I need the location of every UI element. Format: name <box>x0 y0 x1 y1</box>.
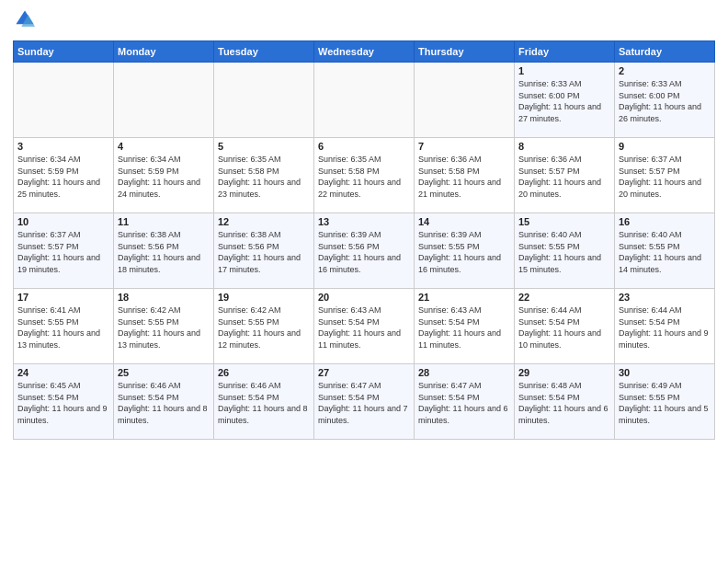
day-cell: 3Sunrise: 6:34 AM Sunset: 5:59 PM Daylig… <box>14 138 114 213</box>
day-number: 11 <box>118 216 210 227</box>
day-info: Sunrise: 6:37 AM Sunset: 5:57 PM Dayligh… <box>619 154 711 200</box>
weekday-header-monday: Monday <box>114 41 214 63</box>
day-cell <box>314 63 415 138</box>
day-cell <box>114 63 214 138</box>
day-cell: 24Sunrise: 6:45 AM Sunset: 5:54 PM Dayli… <box>14 364 114 440</box>
day-info: Sunrise: 6:44 AM Sunset: 5:54 PM Dayligh… <box>619 304 711 350</box>
weekday-header-wednesday: Wednesday <box>314 41 415 63</box>
day-info: Sunrise: 6:44 AM Sunset: 5:54 PM Dayligh… <box>518 304 610 350</box>
week-row-5: 24Sunrise: 6:45 AM Sunset: 5:54 PM Dayli… <box>14 364 715 440</box>
day-cell: 13Sunrise: 6:39 AM Sunset: 5:56 PM Dayli… <box>314 213 415 289</box>
day-number: 14 <box>418 216 510 227</box>
day-number: 7 <box>418 141 510 152</box>
day-info: Sunrise: 6:48 AM Sunset: 5:54 PM Dayligh… <box>518 380 610 426</box>
day-cell: 23Sunrise: 6:44 AM Sunset: 5:54 PM Dayli… <box>615 289 715 364</box>
logo <box>13 9 37 33</box>
day-info: Sunrise: 6:46 AM Sunset: 5:54 PM Dayligh… <box>118 380 210 426</box>
day-number: 30 <box>619 367 711 378</box>
day-cell: 8Sunrise: 6:36 AM Sunset: 5:57 PM Daylig… <box>515 138 615 213</box>
day-cell: 6Sunrise: 6:35 AM Sunset: 5:58 PM Daylig… <box>314 138 415 213</box>
day-info: Sunrise: 6:33 AM Sunset: 6:00 PM Dayligh… <box>619 78 711 124</box>
day-cell: 18Sunrise: 6:42 AM Sunset: 5:55 PM Dayli… <box>114 289 214 364</box>
day-number: 6 <box>318 141 410 152</box>
day-info: Sunrise: 6:40 AM Sunset: 5:55 PM Dayligh… <box>619 229 711 275</box>
day-number: 28 <box>418 367 510 378</box>
header <box>13 9 715 33</box>
day-info: Sunrise: 6:34 AM Sunset: 5:59 PM Dayligh… <box>118 154 210 200</box>
day-number: 23 <box>619 292 711 303</box>
day-number: 5 <box>218 141 310 152</box>
day-cell: 7Sunrise: 6:36 AM Sunset: 5:58 PM Daylig… <box>415 138 515 213</box>
day-cell: 11Sunrise: 6:38 AM Sunset: 5:56 PM Dayli… <box>114 213 214 289</box>
calendar-table: SundayMondayTuesdayWednesdayThursdayFrid… <box>13 40 715 440</box>
week-row-3: 10Sunrise: 6:37 AM Sunset: 5:57 PM Dayli… <box>14 213 715 289</box>
day-info: Sunrise: 6:42 AM Sunset: 5:55 PM Dayligh… <box>118 304 210 350</box>
day-info: Sunrise: 6:35 AM Sunset: 5:58 PM Dayligh… <box>318 154 410 200</box>
day-cell: 21Sunrise: 6:43 AM Sunset: 5:54 PM Dayli… <box>415 289 515 364</box>
day-info: Sunrise: 6:49 AM Sunset: 5:55 PM Dayligh… <box>619 380 711 426</box>
day-number: 21 <box>418 292 510 303</box>
weekday-header-tuesday: Tuesday <box>214 41 314 63</box>
day-cell: 1Sunrise: 6:33 AM Sunset: 6:00 PM Daylig… <box>515 63 615 138</box>
day-info: Sunrise: 6:41 AM Sunset: 5:55 PM Dayligh… <box>17 304 109 350</box>
day-number: 15 <box>518 216 610 227</box>
week-row-2: 3Sunrise: 6:34 AM Sunset: 5:59 PM Daylig… <box>14 138 715 213</box>
day-info: Sunrise: 6:39 AM Sunset: 5:56 PM Dayligh… <box>318 229 410 275</box>
day-cell: 30Sunrise: 6:49 AM Sunset: 5:55 PM Dayli… <box>615 364 715 440</box>
day-number: 22 <box>518 292 610 303</box>
day-cell: 19Sunrise: 6:42 AM Sunset: 5:55 PM Dayli… <box>214 289 314 364</box>
day-number: 8 <box>518 141 610 152</box>
day-cell <box>415 63 515 138</box>
day-info: Sunrise: 6:40 AM Sunset: 5:55 PM Dayligh… <box>518 229 610 275</box>
day-cell: 5Sunrise: 6:35 AM Sunset: 5:58 PM Daylig… <box>214 138 314 213</box>
calendar-header: SundayMondayTuesdayWednesdayThursdayFrid… <box>14 41 715 63</box>
day-cell: 12Sunrise: 6:38 AM Sunset: 5:56 PM Dayli… <box>214 213 314 289</box>
day-cell: 25Sunrise: 6:46 AM Sunset: 5:54 PM Dayli… <box>114 364 214 440</box>
day-cell: 26Sunrise: 6:46 AM Sunset: 5:54 PM Dayli… <box>214 364 314 440</box>
day-info: Sunrise: 6:45 AM Sunset: 5:54 PM Dayligh… <box>17 380 109 426</box>
weekday-row: SundayMondayTuesdayWednesdayThursdayFrid… <box>14 41 715 63</box>
day-info: Sunrise: 6:33 AM Sunset: 6:00 PM Dayligh… <box>518 78 610 124</box>
day-info: Sunrise: 6:47 AM Sunset: 5:54 PM Dayligh… <box>418 380 510 426</box>
day-info: Sunrise: 6:39 AM Sunset: 5:55 PM Dayligh… <box>418 229 510 275</box>
day-number: 26 <box>218 367 310 378</box>
day-cell <box>214 63 314 138</box>
day-number: 16 <box>619 216 711 227</box>
day-cell: 27Sunrise: 6:47 AM Sunset: 5:54 PM Dayli… <box>314 364 415 440</box>
day-info: Sunrise: 6:43 AM Sunset: 5:54 PM Dayligh… <box>418 304 510 350</box>
day-number: 25 <box>118 367 210 378</box>
weekday-header-friday: Friday <box>515 41 615 63</box>
day-cell: 22Sunrise: 6:44 AM Sunset: 5:54 PM Dayli… <box>515 289 615 364</box>
day-number: 10 <box>17 216 109 227</box>
day-number: 17 <box>17 292 109 303</box>
day-cell: 20Sunrise: 6:43 AM Sunset: 5:54 PM Dayli… <box>314 289 415 364</box>
weekday-header-thursday: Thursday <box>415 41 515 63</box>
day-number: 2 <box>619 65 711 76</box>
day-number: 29 <box>518 367 610 378</box>
day-number: 1 <box>518 65 610 76</box>
day-info: Sunrise: 6:36 AM Sunset: 5:58 PM Dayligh… <box>418 154 510 200</box>
day-number: 27 <box>318 367 410 378</box>
weekday-header-saturday: Saturday <box>615 41 715 63</box>
day-cell: 10Sunrise: 6:37 AM Sunset: 5:57 PM Dayli… <box>14 213 114 289</box>
day-cell: 14Sunrise: 6:39 AM Sunset: 5:55 PM Dayli… <box>415 213 515 289</box>
day-info: Sunrise: 6:43 AM Sunset: 5:54 PM Dayligh… <box>318 304 410 350</box>
day-info: Sunrise: 6:36 AM Sunset: 5:57 PM Dayligh… <box>518 154 610 200</box>
day-cell: 16Sunrise: 6:40 AM Sunset: 5:55 PM Dayli… <box>615 213 715 289</box>
week-row-4: 17Sunrise: 6:41 AM Sunset: 5:55 PM Dayli… <box>14 289 715 364</box>
day-info: Sunrise: 6:38 AM Sunset: 5:56 PM Dayligh… <box>218 229 310 275</box>
day-number: 9 <box>619 141 711 152</box>
day-cell: 28Sunrise: 6:47 AM Sunset: 5:54 PM Dayli… <box>415 364 515 440</box>
day-cell: 4Sunrise: 6:34 AM Sunset: 5:59 PM Daylig… <box>114 138 214 213</box>
day-cell <box>14 63 114 138</box>
day-cell: 17Sunrise: 6:41 AM Sunset: 5:55 PM Dayli… <box>14 289 114 364</box>
week-row-1: 1Sunrise: 6:33 AM Sunset: 6:00 PM Daylig… <box>14 63 715 138</box>
day-number: 13 <box>318 216 410 227</box>
day-number: 24 <box>17 367 109 378</box>
day-info: Sunrise: 6:34 AM Sunset: 5:59 PM Dayligh… <box>17 154 109 200</box>
calendar-body: 1Sunrise: 6:33 AM Sunset: 6:00 PM Daylig… <box>14 63 715 440</box>
day-number: 4 <box>118 141 210 152</box>
day-info: Sunrise: 6:46 AM Sunset: 5:54 PM Dayligh… <box>218 380 310 426</box>
day-number: 12 <box>218 216 310 227</box>
day-info: Sunrise: 6:35 AM Sunset: 5:58 PM Dayligh… <box>218 154 310 200</box>
